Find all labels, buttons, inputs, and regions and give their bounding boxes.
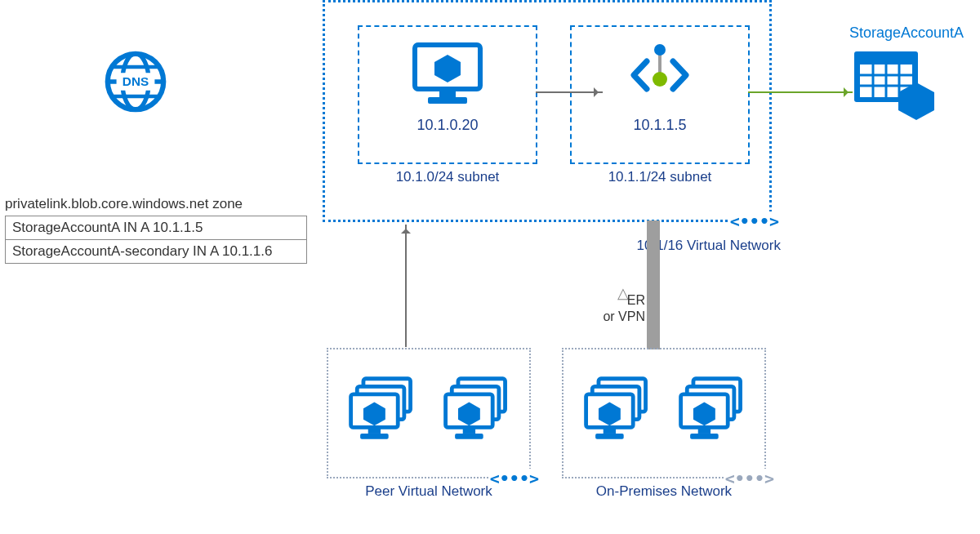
svg-marker-9 [434,55,461,82]
svg-rect-7 [439,89,456,97]
svg-rect-24 [368,427,381,434]
svg-point-12 [653,72,667,87]
svg-rect-43 [690,434,719,439]
onprem-network-label: On-Premises Network [564,483,764,500]
subnet-label: 10.1.0/24 subnet [359,169,536,185]
storage-account: StorageAccountA [849,24,964,128]
virtual-network-box: 10.1.0.20 10.1.0/24 subnet 10.1.1.5 10.1… [323,0,772,222]
dns-records-table: StorageAccountA IN A 10.1.1.5 StorageAcc… [5,216,307,264]
vnet-pin-icon: <•••> [728,211,781,231]
dns-zone-panel: DNS privatelink.blob.core.windows.net zo… [5,45,307,264]
storage-account-icon [849,47,939,128]
onprem-network-box: <•••> On-Premises Network [562,348,766,478]
dns-zone-title: privatelink.blob.core.windows.net zone [5,196,307,212]
arrow-endpoint-to-storage [748,91,853,93]
svg-rect-31 [455,434,483,439]
vm-cluster-icon [578,374,657,452]
arrow-peer-to-vnet [405,225,407,347]
vm-cluster-icon [673,374,751,452]
subnet-box: 10.1.0.20 10.1.0/24 subnet [358,25,537,164]
dns-record: StorageAccountA IN A 10.1.1.5 [6,216,307,240]
peer-network-box: <•••> Peer Virtual Network [327,348,531,478]
dns-record: StorageAccountA-secondary IN A 10.1.1.6 [6,240,307,264]
peer-network-label: Peer Virtual Network [328,483,529,500]
er-vpn-connector [647,220,660,349]
private-endpoint-icon [619,38,701,112]
svg-rect-42 [698,427,710,434]
subnet-label: 10.1.1/24 subnet [572,169,748,185]
vm-cluster-icon [343,374,421,452]
svg-rect-30 [463,427,475,434]
dns-globe-icon: DNS [99,45,172,118]
svg-point-11 [654,44,666,56]
vm-cluster-icon [438,374,516,452]
er-vpn-label: ER or VPN [581,292,645,325]
subnet-endpoint-ip: 10.1.1.5 [572,117,748,134]
svg-rect-25 [360,434,389,439]
vm-icon [407,38,488,112]
svg-rect-8 [428,97,467,104]
architecture-diagram: DNS privatelink.blob.core.windows.net zo… [0,0,980,534]
svg-rect-37 [595,434,624,439]
svg-rect-36 [604,427,616,434]
arrow-vm-to-endpoint [536,91,603,93]
storage-account-label: StorageAccountA [849,24,964,42]
dns-badge-text: DNS [122,74,149,88]
subnet-endpoint-ip: 10.1.0.20 [359,117,536,134]
